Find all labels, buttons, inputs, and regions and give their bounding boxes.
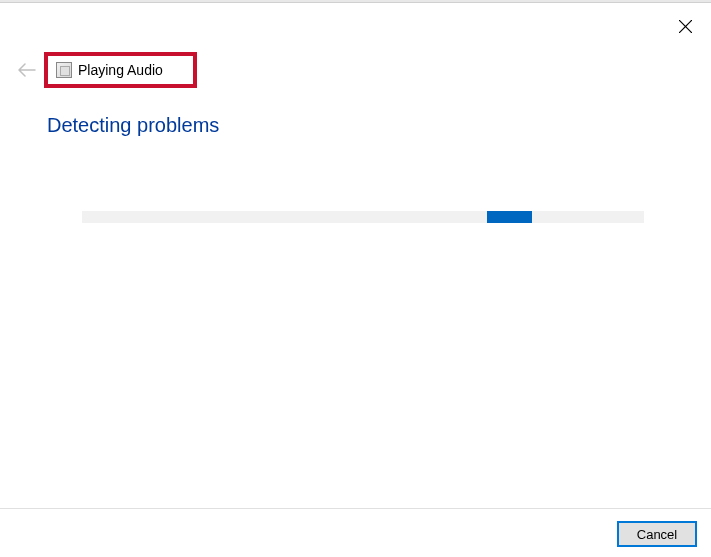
close-icon: [679, 20, 692, 33]
troubleshooter-title: Playing Audio: [78, 62, 163, 78]
footer-divider: [0, 508, 711, 509]
arrow-left-icon: [18, 63, 36, 77]
status-heading: Detecting problems: [47, 114, 219, 137]
header-row: Playing Audio: [18, 52, 197, 88]
progress-bar-fill: [487, 211, 532, 223]
window-top-border: [0, 0, 711, 3]
cancel-button[interactable]: Cancel: [617, 521, 697, 547]
troubleshooter-icon: [56, 62, 72, 78]
progress-bar: [82, 211, 644, 223]
annotation-highlight-box: Playing Audio: [44, 52, 197, 88]
close-button[interactable]: [677, 18, 693, 34]
cancel-button-label: Cancel: [637, 527, 677, 542]
back-button[interactable]: [18, 61, 36, 79]
